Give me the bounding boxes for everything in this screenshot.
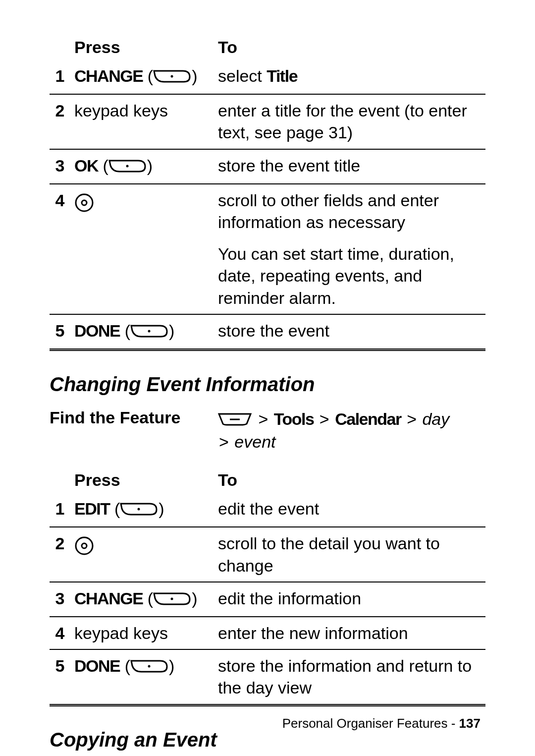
step-number: 2 <box>50 527 74 582</box>
softkey-label: OK <box>74 156 98 175</box>
to-cell: store the event title <box>218 149 485 184</box>
softkey-icon <box>153 67 192 89</box>
step-number: 3 <box>50 149 74 184</box>
softkey-label: DONE <box>74 321 120 340</box>
nav-icon <box>74 534 94 556</box>
step-number: 4 <box>50 617 74 649</box>
step-number: 4 <box>50 184 74 238</box>
press-cell: OK () <box>74 149 218 184</box>
press-cell <box>74 184 218 238</box>
menu-icon <box>218 409 253 431</box>
section-heading-copying: Copying an Event <box>50 729 485 751</box>
steps-table-1: Press To 1 CHANGE () select Title 2 keyp… <box>50 35 485 351</box>
step-number: 5 <box>50 649 74 705</box>
press-cell <box>74 527 218 582</box>
step-number: 3 <box>50 582 74 617</box>
col-press-header: Press <box>74 35 218 60</box>
to-cell: store the event <box>218 314 485 350</box>
col-to-header: To <box>218 35 485 60</box>
softkey-label: CHANGE <box>74 589 143 608</box>
softkey-icon <box>130 322 169 344</box>
to-cell: store the information and return to the … <box>218 649 485 705</box>
softkey-label: DONE <box>74 656 120 675</box>
to-cell-extra: You can set start time, duration, date, … <box>218 238 485 314</box>
find-feature-label: Find the Feature <box>50 408 218 427</box>
press-cell: keypad keys <box>74 617 218 649</box>
softkey-icon <box>108 157 147 178</box>
section-heading-changing: Changing Event Information <box>50 373 485 396</box>
to-cell: edit the event <box>218 493 485 527</box>
col-press-header: Press <box>74 467 218 493</box>
press-cell: DONE () <box>74 314 218 350</box>
softkey-icon <box>120 500 159 522</box>
steps-table-2: Press To 1 EDIT () edit the event 2 scro… <box>50 467 485 706</box>
nav-icon <box>74 191 94 213</box>
to-cell: scroll to the detail you want to change <box>218 527 485 582</box>
to-cell: enter a title for the event (to enter te… <box>218 94 485 149</box>
to-cell: select Title <box>218 60 485 94</box>
step-number: 1 <box>50 60 74 94</box>
step-number: 2 <box>50 94 74 149</box>
to-cell: edit the information <box>218 582 485 617</box>
softkey-label: CHANGE <box>74 66 143 85</box>
to-cell: enter the new information <box>218 617 485 649</box>
press-cell: CHANGE () <box>74 582 218 617</box>
softkey-label: EDIT <box>74 499 109 518</box>
footer-text: Personal Organiser Features - <box>282 716 459 731</box>
to-cell: scroll to other fields and enter informa… <box>218 184 485 238</box>
softkey-icon <box>130 657 169 679</box>
press-cell: keypad keys <box>74 94 218 149</box>
find-feature-row: Find the Feature > Tools > Calendar > da… <box>50 408 485 453</box>
press-cell: EDIT () <box>74 493 218 527</box>
col-to-header: To <box>218 467 485 493</box>
press-cell: CHANGE () <box>74 60 218 94</box>
step-number: 1 <box>50 493 74 527</box>
press-cell: DONE () <box>74 649 218 705</box>
find-feature-path: > Tools > Calendar > day > event <box>218 408 449 453</box>
page-number: 137 <box>459 716 481 731</box>
step-number: 5 <box>50 314 74 350</box>
page-footer: Personal Organiser Features - 137 <box>282 716 481 731</box>
softkey-icon <box>153 589 192 611</box>
